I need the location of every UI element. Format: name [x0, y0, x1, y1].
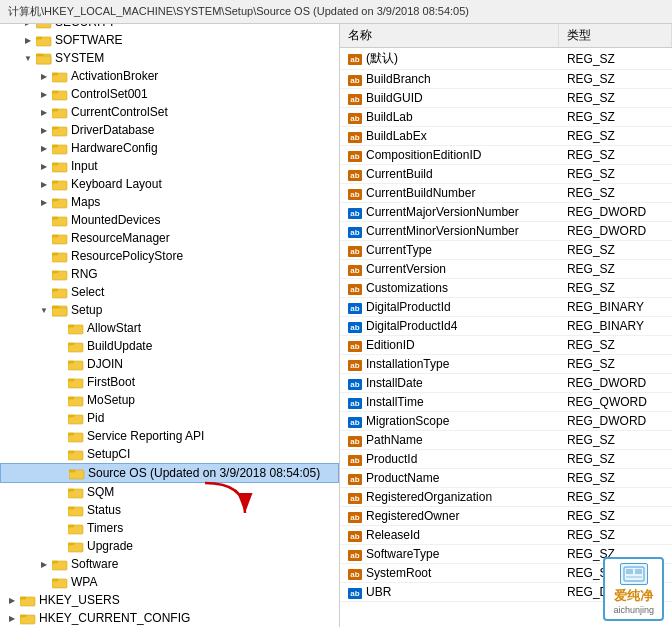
tree-item-resourcemanager[interactable]: ResourceManager	[0, 229, 339, 247]
tree-item-controlset001[interactable]: ▶ ControlSet001	[0, 85, 339, 103]
expand-icon-currentcontrolset[interactable]: ▶	[36, 104, 52, 120]
tree-item-hkusers[interactable]: ▶ HKEY_USERS	[0, 591, 339, 609]
expand-icon-controlset001[interactable]: ▶	[36, 86, 52, 102]
value-row[interactable]: abBuildLabREG_SZ	[340, 108, 672, 127]
value-row[interactable]: abPathNameREG_SZ	[340, 431, 672, 450]
value-type-cell: REG_SZ	[559, 89, 672, 108]
tree-label-hardwareconfig: HardwareConfig	[71, 141, 158, 155]
value-row[interactable]: abMigrationScopeREG_DWORD	[340, 412, 672, 431]
tree-item-wpa[interactable]: WPA	[0, 573, 339, 591]
svg-rect-58	[68, 415, 74, 417]
value-row[interactable]: abReleaseIdREG_SZ	[340, 526, 672, 545]
tree-item-buildupdate[interactable]: BuildUpdate	[0, 337, 339, 355]
tree-item-timers[interactable]: Timers	[0, 519, 339, 537]
value-row[interactable]: abInstallationTypeREG_SZ	[340, 355, 672, 374]
value-name-cell: abDigitalProductId	[340, 298, 559, 317]
folder-icon-activationbroker	[52, 69, 68, 83]
expand-icon-security[interactable]: ▶	[20, 24, 36, 30]
expand-icon-input[interactable]: ▶	[36, 158, 52, 174]
value-row[interactable]: ab(默认)REG_SZ	[340, 48, 672, 70]
expand-icon-keyboardlayout[interactable]: ▶	[36, 176, 52, 192]
folder-icon-setup	[52, 303, 68, 317]
expand-icon-hkusers[interactable]: ▶	[4, 592, 20, 608]
tree-item-currentcontrolset[interactable]: ▶ CurrentControlSet	[0, 103, 339, 121]
expand-icon-software[interactable]: ▶	[20, 32, 36, 48]
tree-item-firstboot[interactable]: FirstBoot	[0, 373, 339, 391]
tree-item-resourcepolicystore[interactable]: ResourcePolicyStore	[0, 247, 339, 265]
expand-icon-software2[interactable]: ▶	[36, 556, 52, 572]
tree-item-hkcu_more[interactable]: ▶ HKEY_CURRENT_CONFIG	[0, 609, 339, 627]
tree-item-sourceos[interactable]: Source OS (Updated on 3/9/2018 08:54:05)	[0, 463, 339, 483]
value-row[interactable]: abCurrentVersionREG_SZ	[340, 260, 672, 279]
tree-label-system: SYSTEM	[55, 51, 104, 65]
svg-rect-68	[68, 507, 74, 509]
value-row[interactable]: abCurrentMajorVersionNumberREG_DWORD	[340, 203, 672, 222]
value-row[interactable]: abCurrentBuildNumberREG_SZ	[340, 184, 672, 203]
expand-icon-hkcu_more[interactable]: ▶	[4, 610, 20, 626]
expand-icon-hardwareconfig[interactable]: ▶	[36, 140, 52, 156]
tree-item-djoin[interactable]: DJOIN	[0, 355, 339, 373]
expand-icon-pid	[52, 410, 68, 426]
value-row[interactable]: abBuildGUIDREG_SZ	[340, 89, 672, 108]
value-table: 名称 类型 ab(默认)REG_SZabBuildBranchREG_SZabB…	[340, 24, 672, 602]
tree-item-setupci[interactable]: SetupCI	[0, 445, 339, 463]
tree-panel[interactable]: 计算机▼ HKEY_LOCAL_MACHINE▶ BCD00000000▶ HA…	[0, 24, 340, 627]
value-row[interactable]: abCurrentMinorVersionNumberREG_DWORD	[340, 222, 672, 241]
tree-item-security[interactable]: ▶ SECURITY	[0, 24, 339, 31]
value-name-cell: abCurrentBuildNumber	[340, 184, 559, 203]
svg-rect-52	[68, 361, 74, 363]
value-row[interactable]: abEditionIDREG_SZ	[340, 336, 672, 355]
value-row[interactable]: abCurrentTypeREG_SZ	[340, 241, 672, 260]
value-row[interactable]: abInstallDateREG_DWORD	[340, 374, 672, 393]
expand-icon-driverdatabase[interactable]: ▶	[36, 122, 52, 138]
tree-item-activationbroker[interactable]: ▶ ActivationBroker	[0, 67, 339, 85]
svg-rect-62	[68, 451, 74, 453]
tree-item-software[interactable]: ▶ SOFTWARE	[0, 31, 339, 49]
tree-item-software2[interactable]: ▶ Software	[0, 555, 339, 573]
expand-icon-system[interactable]: ▼	[20, 50, 36, 66]
tree-item-input[interactable]: ▶ Input	[0, 157, 339, 175]
expand-icon-activationbroker[interactable]: ▶	[36, 68, 52, 84]
svg-rect-33	[52, 199, 58, 201]
tree-item-setup[interactable]: ▼ Setup	[0, 301, 339, 319]
tree-item-rng[interactable]: RNG	[0, 265, 339, 283]
value-row[interactable]: abProductNameREG_SZ	[340, 469, 672, 488]
value-row[interactable]: abBuildLabExREG_SZ	[340, 127, 672, 146]
value-row[interactable]: abDigitalProductIdREG_BINARY	[340, 298, 672, 317]
value-row[interactable]: abCustomizationsREG_SZ	[340, 279, 672, 298]
value-row[interactable]: abDigitalProductId4REG_BINARY	[340, 317, 672, 336]
tree-item-mounteddevices[interactable]: MountedDevices	[0, 211, 339, 229]
value-row[interactable]: abInstallTimeREG_QWORD	[340, 393, 672, 412]
value-row[interactable]: abCompositionEditionIDREG_SZ	[340, 146, 672, 165]
reg-sz-icon: ab	[348, 531, 362, 542]
tree-item-sqm[interactable]: SQM	[0, 483, 339, 501]
tree-item-upgrade[interactable]: Upgrade	[0, 537, 339, 555]
tree-item-maps[interactable]: ▶ Maps	[0, 193, 339, 211]
value-row[interactable]: abBuildBranchREG_SZ	[340, 70, 672, 89]
tree-label-hkcu_more: HKEY_CURRENT_CONFIG	[39, 611, 190, 625]
tree-item-status[interactable]: Status	[0, 501, 339, 519]
expand-icon-maps[interactable]: ▶	[36, 194, 52, 210]
tree-item-hardwareconfig[interactable]: ▶ HardwareConfig	[0, 139, 339, 157]
expand-icon-timers	[52, 520, 68, 536]
expand-icon-allowstart	[52, 320, 68, 336]
folder-icon-driverdatabase	[52, 123, 68, 137]
tree-item-select[interactable]: Select	[0, 283, 339, 301]
expand-icon-setup[interactable]: ▼	[36, 302, 52, 318]
value-row[interactable]: abProductIdREG_SZ	[340, 450, 672, 469]
tree-item-mosetup[interactable]: MoSetup	[0, 391, 339, 409]
value-row[interactable]: abRegisteredOrganizationREG_SZ	[340, 488, 672, 507]
tree-item-driverdatabase[interactable]: ▶ DriverDatabase	[0, 121, 339, 139]
svg-rect-70	[68, 525, 74, 527]
tree-item-pid[interactable]: Pid	[0, 409, 339, 427]
folder-icon-mosetup	[68, 393, 84, 407]
tree-label-buildupdate: BuildUpdate	[87, 339, 152, 353]
tree-item-servicereportingapi[interactable]: Service Reporting API	[0, 427, 339, 445]
value-row[interactable]: abRegisteredOwnerREG_SZ	[340, 507, 672, 526]
tree-item-keyboardlayout[interactable]: ▶ Keyboard Layout	[0, 175, 339, 193]
tree-item-allowstart[interactable]: AllowStart	[0, 319, 339, 337]
value-row[interactable]: abCurrentBuildREG_SZ	[340, 165, 672, 184]
tree-item-system[interactable]: ▼ SYSTEM	[0, 49, 339, 67]
value-panel[interactable]: 名称 类型 ab(默认)REG_SZabBuildBranchREG_SZabB…	[340, 24, 672, 627]
reg-sz-icon: ab	[348, 341, 362, 352]
